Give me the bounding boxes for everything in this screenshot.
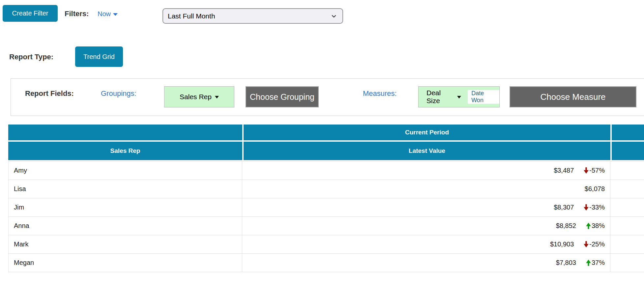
chevron-down-icon [331, 14, 337, 19]
caret-down-icon [215, 96, 219, 99]
latest-value-cell: $8,852 38% [242, 217, 610, 235]
table-group-header-row: Current Period [8, 125, 644, 140]
latest-value: $7,803 [556, 259, 576, 267]
sales-rep-name: Anna [8, 217, 242, 235]
table-row: Jim $8,307 -33% [8, 198, 644, 217]
group-header-stub [612, 125, 644, 140]
latest-value-cell: $10,903 -25% [242, 235, 610, 253]
now-dropdown[interactable]: Now [98, 10, 118, 18]
change-percent: 38% [592, 222, 605, 230]
choose-measure-button[interactable]: Choose Measure [510, 86, 636, 107]
trend-grid-button[interactable]: Trend Grid [75, 46, 123, 67]
change-indicator: 37% [586, 259, 605, 267]
latest-value-cell: $6,078 [242, 180, 610, 198]
caret-down-icon [113, 13, 118, 16]
caret-down-icon [457, 96, 461, 99]
latest-value: $8,307 [554, 204, 574, 211]
header-latest-value: Latest Value [244, 142, 610, 160]
change-percent: -25% [589, 240, 605, 248]
row-stub-cell [610, 161, 644, 180]
trend-table: Current Period Sales Rep Latest Value Am… [8, 125, 644, 272]
header-sales-rep: Sales Rep [8, 142, 242, 160]
group-header-spacer [8, 125, 242, 140]
grouping-chip-label: Sales Rep [180, 93, 212, 101]
choose-grouping-button[interactable]: Choose Grouping [246, 86, 319, 107]
sales-rep-name: Lisa [8, 180, 242, 198]
row-stub-cell [610, 180, 644, 198]
arrow-down-icon [584, 241, 589, 247]
change-percent: -33% [589, 204, 605, 211]
grouping-chip-sales-rep[interactable]: Sales Rep [164, 86, 234, 107]
groupings-label: Groupings: [101, 89, 136, 98]
arrow-up-icon [586, 260, 591, 266]
row-stub-cell [610, 198, 644, 216]
latest-value-cell: $7,803 37% [242, 254, 610, 272]
change-indicator: -57% [584, 167, 605, 174]
change-indicator: 38% [586, 222, 605, 230]
measure-chip-deal-size[interactable]: Deal Size Date Won [418, 86, 500, 107]
sales-rep-name: Megan [8, 254, 242, 272]
table-body: Amy $3,487 -57% Lisa $6,078 Jim [8, 161, 644, 272]
arrow-up-icon [586, 223, 591, 229]
period-select-value: Last Full Month [168, 12, 331, 20]
row-stub-cell [610, 217, 644, 235]
filters-label: Filters: [65, 10, 89, 18]
arrow-down-icon [584, 167, 589, 174]
change-percent: 37% [592, 259, 605, 267]
table-row: Lisa $6,078 [8, 180, 644, 198]
report-fields-panel: Report Fields: Groupings: Sales Rep Choo… [11, 78, 644, 116]
change-indicator: -25% [584, 240, 605, 248]
latest-value-cell: $3,487 -57% [242, 161, 610, 180]
sales-rep-name: Amy [8, 161, 242, 180]
report-fields-label: Report Fields: [25, 89, 74, 98]
table-column-header-row: Sales Rep Latest Value [8, 142, 644, 160]
date-won-chip[interactable]: Date Won [468, 90, 499, 104]
header-current-period: Current Period [244, 125, 610, 140]
latest-value: $6,078 [585, 185, 605, 193]
change-indicator: -33% [584, 204, 605, 211]
report-type-label: Report Type: [9, 53, 53, 61]
table-row: Megan $7,803 37% [8, 254, 644, 272]
row-stub-cell [610, 235, 644, 253]
report-builder-screen: Create Filter Filters: Now Last Full Mon… [0, 0, 644, 282]
latest-value: $10,903 [550, 240, 574, 248]
arrow-down-icon [584, 204, 589, 211]
table-row: Anna $8,852 38% [8, 217, 644, 235]
latest-value: $8,852 [556, 222, 576, 230]
measures-label: Measures: [363, 89, 397, 98]
latest-value: $3,487 [554, 167, 574, 174]
column-header-stub [612, 142, 644, 160]
now-dropdown-label: Now [98, 10, 111, 18]
measure-chip-label: Deal Size [426, 89, 454, 105]
sales-rep-name: Mark [8, 235, 242, 253]
period-select[interactable]: Last Full Month [162, 8, 343, 24]
latest-value-cell: $8,307 -33% [242, 198, 610, 216]
sales-rep-name: Jim [8, 198, 242, 216]
create-filter-button[interactable]: Create Filter [3, 5, 58, 22]
table-row: Amy $3,487 -57% [8, 161, 644, 180]
row-stub-cell [610, 254, 644, 272]
change-percent: -57% [589, 167, 605, 174]
table-row: Mark $10,903 -25% [8, 235, 644, 254]
